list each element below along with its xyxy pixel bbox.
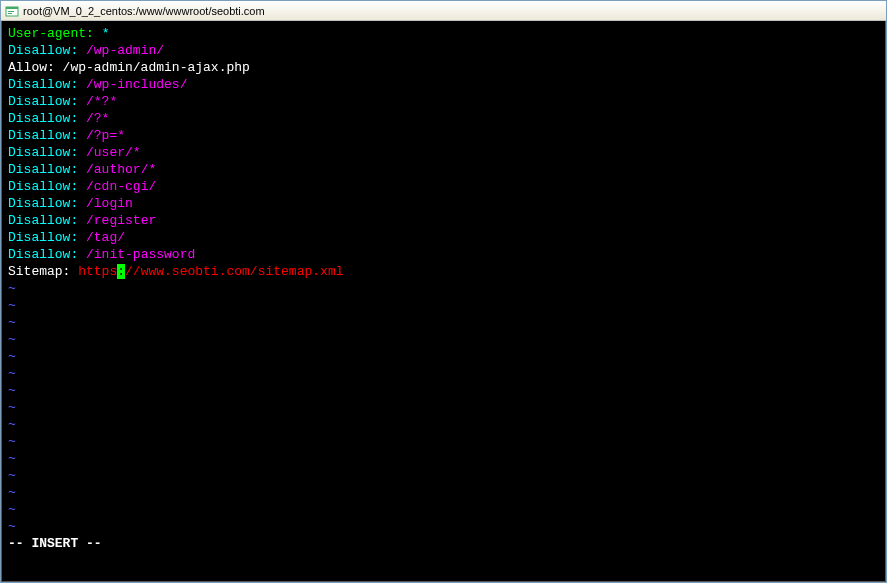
text-segment: /author/*	[78, 162, 156, 177]
terminal-line: Disallow: /register	[8, 212, 879, 229]
text-segment: :	[117, 264, 125, 279]
text-segment: /wp-includes/	[78, 77, 187, 92]
terminal-line: Disallow: /wp-admin/	[8, 42, 879, 59]
svg-rect-2	[8, 11, 14, 12]
text-segment: /init-password	[78, 247, 195, 262]
text-segment: *	[94, 26, 110, 41]
text-segment: Disallow:	[8, 145, 78, 160]
text-segment: Disallow:	[8, 111, 78, 126]
window-title: root@VM_0_2_centos:/www/wwwroot/seobti.c…	[23, 5, 265, 17]
text-segment: Allow: /wp-admin/admin-ajax.php	[8, 60, 250, 75]
text-segment: Disallow:	[8, 94, 78, 109]
text-segment: /?*	[78, 111, 109, 126]
vim-empty-line: ~	[8, 484, 879, 501]
terminal-body[interactable]: User-agent: *Disallow: /wp-admin/Allow: …	[1, 21, 886, 582]
vim-empty-line: ~	[8, 280, 879, 297]
vim-empty-line: ~	[8, 348, 879, 365]
terminal-line: Disallow: /*?*	[8, 93, 879, 110]
terminal-line: Disallow: /wp-includes/	[8, 76, 879, 93]
text-segment: /register	[78, 213, 156, 228]
text-segment: /*?*	[78, 94, 117, 109]
vim-empty-line: ~	[8, 467, 879, 484]
text-segment: https	[78, 264, 117, 279]
text-segment: /?p=*	[78, 128, 125, 143]
text-segment: Disallow:	[8, 162, 78, 177]
vim-empty-line: ~	[8, 297, 879, 314]
text-segment: //www.seobti.com/sitemap.xml	[125, 264, 343, 279]
vim-empty-line: ~	[8, 433, 879, 450]
text-segment: Disallow:	[8, 179, 78, 194]
text-segment: Disallow:	[8, 196, 78, 211]
terminal-window: root@VM_0_2_centos:/www/wwwroot/seobti.c…	[0, 0, 887, 583]
text-segment: /login	[78, 196, 133, 211]
text-segment: /user/*	[78, 145, 140, 160]
text-segment: /cdn-cgi/	[78, 179, 156, 194]
terminal-line: Disallow: /user/*	[8, 144, 879, 161]
terminal-line: Sitemap: https://www.seobti.com/sitemap.…	[8, 263, 879, 280]
terminal-line: Disallow: /?p=*	[8, 127, 879, 144]
terminal-line: Disallow: /?*	[8, 110, 879, 127]
vim-empty-line: ~	[8, 314, 879, 331]
text-segment: Disallow:	[8, 230, 78, 245]
text-segment: User-agent:	[8, 26, 94, 41]
text-segment: Sitemap:	[8, 264, 78, 279]
text-segment: Disallow:	[8, 77, 78, 92]
terminal-line: Disallow: /author/*	[8, 161, 879, 178]
titlebar[interactable]: root@VM_0_2_centos:/www/wwwroot/seobti.c…	[1, 1, 886, 21]
terminal-line: Disallow: /init-password	[8, 246, 879, 263]
text-segment: /wp-admin/	[78, 43, 164, 58]
vim-empty-line: ~	[8, 416, 879, 433]
svg-rect-3	[8, 13, 12, 14]
terminal-line: Allow: /wp-admin/admin-ajax.php	[8, 59, 879, 76]
vim-status-line: -- INSERT --	[8, 535, 879, 552]
vim-empty-line: ~	[8, 399, 879, 416]
text-segment: Disallow:	[8, 128, 78, 143]
vim-empty-line: ~	[8, 365, 879, 382]
text-segment: Disallow:	[8, 247, 78, 262]
terminal-line: Disallow: /login	[8, 195, 879, 212]
text-segment: Disallow:	[8, 213, 78, 228]
vim-empty-line: ~	[8, 331, 879, 348]
terminal-line: Disallow: /tag/	[8, 229, 879, 246]
vim-empty-line: ~	[8, 450, 879, 467]
terminal-line: Disallow: /cdn-cgi/	[8, 178, 879, 195]
text-segment: /tag/	[78, 230, 125, 245]
terminal-line: User-agent: *	[8, 25, 879, 42]
vim-empty-line: ~	[8, 501, 879, 518]
svg-rect-1	[6, 7, 18, 9]
text-segment: Disallow:	[8, 43, 78, 58]
vim-empty-line: ~	[8, 382, 879, 399]
app-icon	[5, 4, 19, 18]
vim-empty-line: ~	[8, 518, 879, 535]
